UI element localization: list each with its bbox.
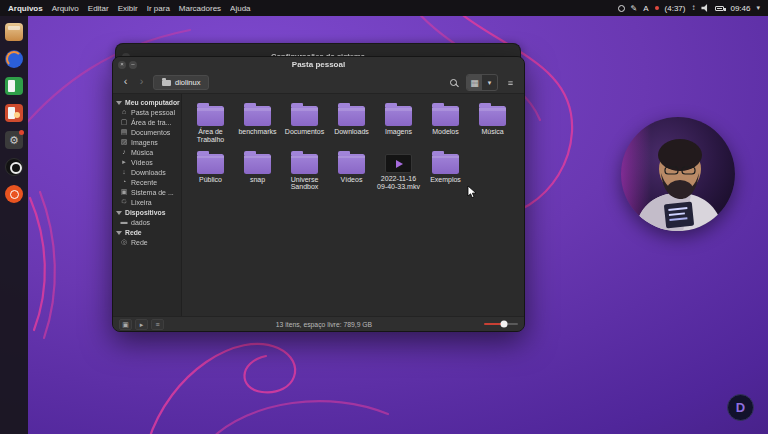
sidebar-item-musica[interactable]: Música	[113, 147, 181, 157]
sidebar-item-label: Recente	[131, 179, 157, 186]
images-icon	[120, 138, 128, 146]
menu-editar[interactable]: Editar	[88, 4, 109, 13]
zoom-knob[interactable]	[500, 321, 507, 328]
menu-ajuda[interactable]: Ajuda	[230, 4, 250, 13]
title-bar[interactable]: × – Pasta pessoal	[113, 57, 524, 72]
folder-icon	[432, 154, 459, 174]
file-label: benchmarks	[238, 128, 276, 136]
view-dropdown-icon[interactable]: ▾	[482, 75, 497, 90]
close-icon[interactable]: ×	[118, 61, 126, 69]
forward-button[interactable]: ›	[135, 75, 148, 90]
back-button[interactable]: ‹	[119, 75, 132, 90]
terminal-toggle-icon[interactable]: ≡	[151, 319, 164, 330]
sidebar-item-documentos[interactable]: Documentos	[113, 127, 181, 137]
sidebar: Meu computador Pasta pessoal Área de tra…	[113, 94, 182, 316]
folder-icon	[162, 80, 171, 86]
clock[interactable]: 09:46	[730, 4, 750, 13]
sidebar-item-dados[interactable]: dados	[113, 217, 181, 227]
dock-libreoffice-impress-icon[interactable]	[5, 104, 23, 122]
sidebar-section-dispositivos[interactable]: Dispositivos	[113, 207, 181, 217]
file-manager-window: × – Pasta pessoal ‹ › diolinux ▦ ▾ ≡ Meu…	[112, 56, 525, 332]
minimize-icon[interactable]: –	[129, 61, 137, 69]
sidebar-item-recente[interactable]: Recente	[113, 177, 181, 187]
dock-settings-gear-icon[interactable]: ⚙	[5, 131, 23, 149]
file-item-imagens[interactable]: Imagens	[375, 103, 422, 144]
file-item-exemplos[interactable]: Exemplos	[422, 151, 469, 192]
file-label: Público	[199, 176, 222, 184]
dock-files-icon[interactable]	[5, 23, 23, 41]
chevron-down-icon[interactable]: ▾	[756, 4, 760, 12]
trash-icon	[120, 198, 128, 206]
recent-icon	[120, 178, 128, 186]
recording-dot-icon	[655, 6, 659, 10]
webcam-person	[621, 117, 735, 231]
file-item-documentos[interactable]: Documentos	[281, 103, 328, 144]
sidebar-item-label: Vídeos	[131, 159, 153, 166]
sidebar-item-label: Lixeira	[131, 199, 152, 206]
focused-app-name[interactable]: Arquivos	[8, 4, 43, 13]
status-text: 13 itens, espaço livre: 789,9 GB	[167, 321, 481, 328]
file-label: Modelos	[432, 128, 458, 136]
obs-tray-icon[interactable]	[618, 5, 625, 12]
menu-icon[interactable]: ≡	[503, 75, 518, 90]
folder-icon	[244, 106, 271, 126]
window-title: Pasta pessoal	[113, 60, 524, 69]
file-item-videos[interactable]: Vídeos	[328, 151, 375, 192]
file-label: Imagens	[385, 128, 412, 136]
sidebar-item-label: Downloads	[131, 169, 166, 176]
recording-timer[interactable]: (4:37)	[665, 4, 686, 13]
path-button[interactable]: diolinux	[153, 75, 209, 90]
sidebar-item-videos[interactable]: Vídeos	[113, 157, 181, 167]
desktop-icon	[120, 118, 128, 126]
folder-icon	[291, 154, 318, 174]
folder-icon	[432, 106, 459, 126]
sidebar-item-label: Música	[131, 149, 153, 156]
treeview-toggle-icon[interactable]: ▸	[135, 319, 148, 330]
dock-libreoffice-calc-icon[interactable]	[5, 77, 23, 95]
section-label: Dispositivos	[125, 209, 165, 216]
file-item-area-de-trabalho[interactable]: Área de Trabalho	[187, 103, 234, 144]
file-item-benchmarks[interactable]: benchmarks	[234, 103, 281, 144]
file-item-snap[interactable]: snap	[234, 151, 281, 192]
sidebar-section-meu-computador[interactable]: Meu computador	[113, 97, 181, 107]
sidebar-item-lixeira[interactable]: Lixeira	[113, 197, 181, 207]
zoom-slider[interactable]	[484, 319, 518, 330]
annotation-pen-icon[interactable]: ✎	[631, 4, 638, 13]
sidebar-item-pasta-pessoal[interactable]: Pasta pessoal	[113, 107, 181, 117]
places-toggle-icon[interactable]: ▣	[119, 319, 132, 330]
dock-browser-icon[interactable]	[5, 50, 23, 68]
network-icon[interactable]: ↕	[691, 4, 695, 12]
status-bar: ▣ ▸ ≡ 13 itens, espaço livre: 789,9 GB	[113, 316, 524, 331]
menu-arquivo[interactable]: Arquivo	[52, 4, 79, 13]
sidebar-item-sistema[interactable]: Sistema de ...	[113, 187, 181, 197]
dock-ubuntu-icon[interactable]	[5, 185, 23, 203]
sidebar-item-downloads[interactable]: Downloads	[113, 167, 181, 177]
keyboard-layout-indicator[interactable]: A	[643, 4, 648, 13]
grid-view-icon[interactable]: ▦	[467, 75, 482, 90]
sidebar-item-label: Documentos	[131, 129, 170, 136]
webcam-overlay	[621, 117, 735, 231]
menu-marcadores[interactable]: Marcadores	[179, 4, 221, 13]
menu-exibir[interactable]: Exibir	[118, 4, 138, 13]
dock-obs-studio-icon[interactable]	[5, 158, 23, 176]
file-label: Documentos	[285, 128, 324, 136]
file-item-musica[interactable]: Música	[469, 103, 516, 144]
battery-icon[interactable]	[715, 6, 724, 11]
search-button[interactable]	[446, 75, 461, 90]
network-icon	[120, 238, 128, 246]
volume-icon[interactable]	[701, 4, 709, 12]
file-item-modelos[interactable]: Modelos	[422, 103, 469, 144]
file-item-downloads[interactable]: Downloads	[328, 103, 375, 144]
music-icon	[120, 148, 128, 156]
file-item-publico[interactable]: Público	[187, 151, 234, 192]
sidebar-item-imagens[interactable]: Imagens	[113, 137, 181, 147]
sidebar-item-rede[interactable]: Rede	[113, 237, 181, 247]
file-item-universe-sandbox[interactable]: Universe Sandbox	[281, 151, 328, 192]
logo-letter: D	[736, 400, 745, 415]
menu-ir-para[interactable]: Ir para	[147, 4, 170, 13]
sidebar-section-rede[interactable]: Rede	[113, 227, 181, 237]
file-item-video-mkv[interactable]: 2022-11-16 09-40-33.mkv	[375, 151, 422, 192]
sidebar-item-label: Sistema de ...	[131, 189, 174, 196]
sidebar-item-area-de-trabalho[interactable]: Área de tra...	[113, 117, 181, 127]
sidebar-item-label: Área de tra...	[131, 119, 171, 126]
